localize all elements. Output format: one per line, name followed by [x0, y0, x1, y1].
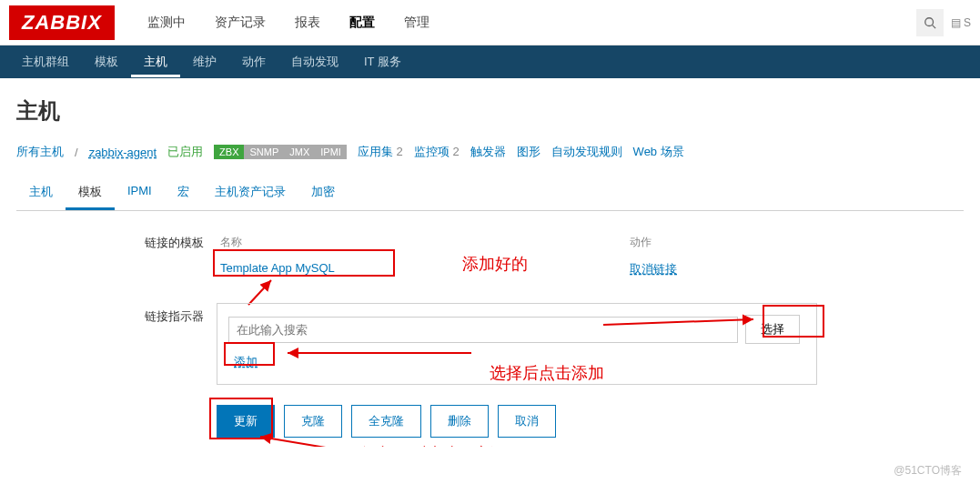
- tab-host-inventory[interactable]: 主机资产记录: [202, 176, 298, 210]
- svg-line-2: [248, 280, 271, 305]
- bc-host-name[interactable]: zabbix-agent: [89, 146, 157, 159]
- row-link-indicator: 链接指示器 选择 添加 选择后点击添加: [107, 303, 964, 385]
- unlink-link[interactable]: 取消链接: [630, 262, 677, 276]
- availability-tags: ZBXSNMPJMXIPMI: [214, 145, 347, 159]
- link-indicator-content: 选择 添加 选择后点击添加: [217, 303, 964, 385]
- nav-inventory[interactable]: 资产记录: [200, 2, 280, 44]
- top-right: ▤ S: [916, 9, 971, 36]
- header-action: 动作: [630, 235, 652, 250]
- template-search-input[interactable]: [228, 317, 738, 343]
- svg-point-0: [924, 17, 933, 25]
- share-icon[interactable]: ▤ S: [951, 16, 971, 29]
- bc-web-scenarios[interactable]: Web 场景: [633, 144, 684, 160]
- template-link[interactable]: Template App MySQL: [220, 261, 335, 275]
- search-icon[interactable]: [916, 9, 944, 36]
- sub-nav: 主机群组 模板 主机 维护 动作 自动发现 IT 服务: [0, 45, 980, 78]
- action-buttons: 更新 克隆 全克隆 删除 取消: [217, 405, 964, 438]
- host-status: 已启用: [167, 144, 203, 160]
- tab-macros[interactable]: 宏: [165, 176, 202, 210]
- tag-zbx: ZBX: [214, 145, 244, 159]
- tab-templates[interactable]: 模板: [66, 176, 115, 210]
- row-linked-templates: 链接的模板 名称 动作 Template App MySQL 取消链接 添加好的: [107, 229, 964, 283]
- linked-table-row: Template App MySQL 取消链接: [217, 256, 726, 283]
- main-nav: 监测中 资产记录 报表 配置 管理: [133, 2, 444, 44]
- linked-templates-table: 名称 动作 Template App MySQL 取消链接: [217, 229, 726, 283]
- full-clone-button[interactable]: 全克隆: [351, 405, 421, 438]
- tab-ipmi[interactable]: IPMI: [115, 176, 165, 210]
- tabs: 主机 模板 IPMI 宏 主机资产记录 加密: [16, 176, 964, 211]
- tab-host[interactable]: 主机: [16, 176, 66, 210]
- nav-configuration[interactable]: 配置: [335, 2, 389, 44]
- bc-items-label: 监控项: [414, 145, 450, 158]
- cancel-button[interactable]: 取消: [498, 405, 556, 438]
- breadcrumb: 所有主机 / zabbix-agent 已启用 ZBXSNMPJMXIPMI 应…: [16, 144, 964, 160]
- indicator-box: 选择 添加: [217, 303, 817, 385]
- top-bar: ZABBIX 监测中 资产记录 报表 配置 管理 ▤ S: [0, 0, 980, 45]
- svg-line-1: [932, 25, 935, 28]
- tag-ipmi: IPMI: [315, 145, 347, 159]
- add-link[interactable]: 添加: [228, 351, 263, 373]
- subnav-it-services[interactable]: IT 服务: [351, 46, 414, 77]
- page-body: 主机 所有主机 / zabbix-agent 已启用 ZBXSNMPJMXIPM…: [0, 78, 980, 447]
- subnav-templates[interactable]: 模板: [82, 46, 131, 77]
- update-button[interactable]: 更新: [217, 405, 275, 438]
- bc-separator: /: [75, 146, 78, 159]
- bc-apps-count: 2: [397, 145, 403, 158]
- bc-graphs[interactable]: 图形: [517, 144, 541, 160]
- header-name: 名称: [220, 235, 630, 250]
- page-title: 主机: [16, 96, 964, 126]
- zabbix-logo[interactable]: ZABBIX: [9, 5, 115, 40]
- subnav-actions[interactable]: 动作: [229, 46, 278, 77]
- linked-table-header: 名称 动作: [217, 229, 726, 256]
- bc-items-count: 2: [452, 145, 459, 158]
- tab-encryption[interactable]: 加密: [298, 176, 348, 210]
- nav-monitoring[interactable]: 监测中: [133, 2, 200, 44]
- tag-snmp: SNMP: [244, 145, 284, 159]
- svg-line-5: [260, 437, 353, 447]
- link-indicator-label: 链接指示器: [107, 303, 217, 325]
- tag-jmx: JMX: [284, 145, 315, 159]
- select-button[interactable]: 选择: [745, 315, 800, 344]
- bc-discovery-rules[interactable]: 自动发现规则: [551, 144, 622, 160]
- bc-triggers[interactable]: 触发器: [470, 144, 506, 160]
- share-label: S: [964, 16, 971, 29]
- nav-administration[interactable]: 管理: [389, 2, 444, 44]
- form-area: 链接的模板 名称 动作 Template App MySQL 取消链接 添加好的: [107, 229, 964, 438]
- clone-button[interactable]: 克隆: [284, 405, 342, 438]
- annotation-update: 添加好后点击更新: [362, 443, 493, 447]
- bc-all-hosts[interactable]: 所有主机: [16, 144, 64, 160]
- subnav-host-groups[interactable]: 主机群组: [9, 46, 82, 77]
- subnav-hosts[interactable]: 主机: [131, 46, 180, 77]
- linked-templates-label: 链接的模板: [107, 229, 217, 251]
- bc-applications[interactable]: 应用集 2: [358, 144, 403, 160]
- subnav-discovery[interactable]: 自动发现: [278, 46, 351, 77]
- subnav-maintenance[interactable]: 维护: [180, 46, 229, 77]
- bc-apps-label: 应用集: [358, 145, 393, 158]
- nav-reports[interactable]: 报表: [280, 2, 335, 44]
- linked-templates-content: 名称 动作 Template App MySQL 取消链接 添加好的: [217, 229, 964, 283]
- bc-items[interactable]: 监控项 2: [414, 144, 460, 160]
- delete-button[interactable]: 删除: [430, 405, 489, 438]
